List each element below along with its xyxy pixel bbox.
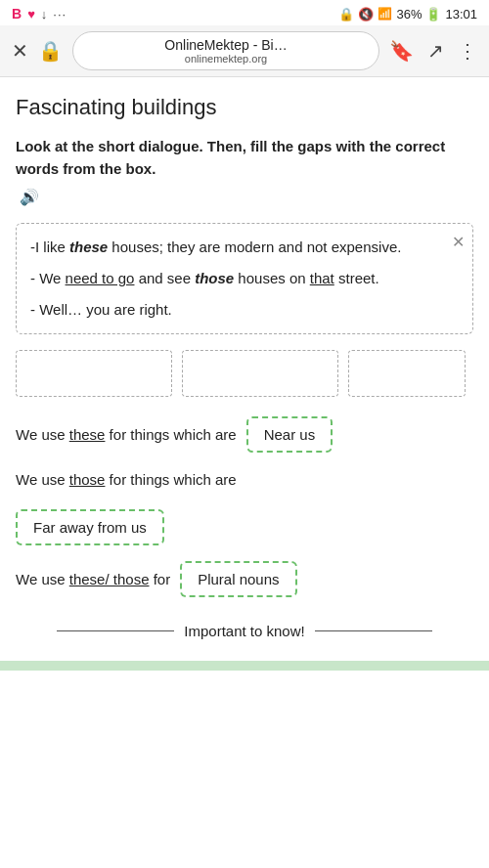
more-icon: ··· [53,7,67,22]
answer-plural-nouns[interactable]: Plural nouns [180,561,296,597]
bottom-bar [0,661,489,671]
lock-secure-icon: 🔒 [38,39,63,63]
answer-far-away[interactable]: Far away from us [16,509,164,545]
dialogue-line-3: - Well… you are right. [30,298,459,322]
dialogue-2-end: street. [334,270,379,286]
dialogue-2-underline2: that [310,270,334,286]
use-sentence-1-text: We use these for things which are [16,423,237,447]
important-line-right [315,630,432,631]
app-icon-b: B [12,6,22,22]
dialogue-line-1: -I like these houses; they are modern an… [30,236,459,259]
important-row: Important to know! [16,621,473,641]
time-display: 13:01 [445,7,477,22]
url-title: OnlineMektep - Bi… [164,37,287,53]
dialogue-close-button[interactable]: ✕ [452,230,465,255]
important-text: Important to know! [184,621,304,641]
content-area: Fascinating buildings Look at the short … [0,77,489,661]
share-icon[interactable]: ↗ [427,39,444,63]
use-sentence-3-text: We use these/ those for [16,568,170,591]
dialogue-2-bold: those [195,270,234,286]
status-left-icons: B ♥ ↓ ··· [12,6,67,22]
signal-bars-icon: 📶 [378,7,392,21]
bookmark-icon[interactable]: 🔖 [389,39,414,63]
browser-chrome: ✕ 🔒 OnlineMektep - Bi… onlinemektep.org … [0,25,489,77]
these-those-underline: these/ those [69,571,150,587]
dialogue-1-before: -I like [30,239,69,255]
dialogue-line-2: - We need to go and see those houses on … [30,267,459,290]
dialogue-2-middle: and see [134,270,195,286]
heart-icon: ♥ [27,7,35,22]
url-bar[interactable]: OnlineMektep - Bi… onlinemektep.org [72,31,379,70]
drop-box-2[interactable] [182,350,338,397]
instruction-text: Look at the short dialogue. Then, fill t… [16,136,473,209]
use-sentence-3: We use these/ those for Plural nouns [16,561,473,597]
battery-icon: 🔋 [425,7,441,22]
close-tab-button[interactable]: ✕ [12,39,28,63]
status-bar: B ♥ ↓ ··· 🔒 🔇 📶 36% 🔋 13:01 [0,0,489,25]
download-icon: ↓ [41,7,48,22]
speaker-icon[interactable]: 🔊 [20,186,39,209]
dialogue-box: ✕ -I like these houses; they are modern … [16,223,473,334]
dialogue-1-bold: these [69,239,108,255]
use-sentence-2-text: We use those for things which are [16,468,237,492]
dialogue-3-text: - Well… you are right. [30,301,172,318]
mute-icon: 🔇 [358,7,374,22]
these-underline-1: these [69,426,106,443]
dialogue-2-underline: need to go [66,270,135,286]
menu-dots-icon[interactable]: ⋮ [458,39,477,63]
dialogue-2-before: - We [30,270,66,286]
drop-area [16,350,473,397]
browser-actions: 🔖 ↗ ⋮ [389,39,477,63]
status-right-icons: 🔒 🔇 📶 36% 🔋 13:01 [338,7,477,22]
instruction-label: Look at the short dialogue. Then, fill t… [16,136,473,180]
drop-box-3[interactable] [348,350,466,397]
answer-near-us[interactable]: Near us [246,416,333,453]
lock-icon: 🔒 [338,7,354,22]
use-sentence-1: We use these for things which are Near u… [16,416,473,453]
drop-box-1[interactable] [16,350,172,397]
dialogue-2-after: houses on [234,270,310,286]
page-title: Fascinating buildings [16,95,473,120]
important-line-left [57,630,174,631]
use-sentence-2: We use those for things which are Far aw… [16,468,473,545]
dialogue-1-after: houses; they are modern and not expensiv… [108,239,401,255]
battery-text: 36% [396,7,422,22]
url-domain: onlinemektep.org [185,53,267,65]
those-underline: those [69,471,106,488]
